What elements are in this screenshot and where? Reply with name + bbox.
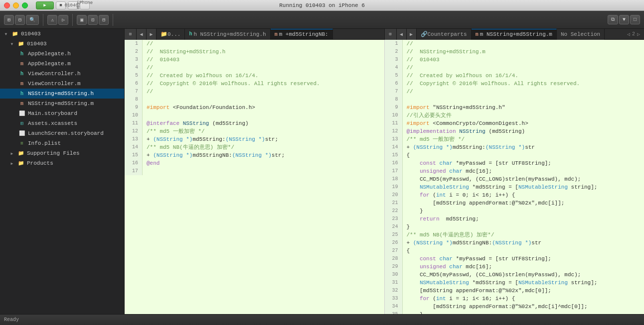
line-number: 15	[125, 151, 143, 159]
line-number: 11	[385, 119, 403, 127]
traffic-lights	[4, 2, 28, 8]
sidebar-group[interactable]: ▼ 📁 010403	[0, 39, 124, 49]
storyboard-icon: ⬜	[18, 109, 26, 117]
code-line: 7//	[125, 88, 384, 96]
minimize-button[interactable]	[13, 2, 19, 8]
code-line: 16@end	[125, 159, 384, 167]
editor1-tab-folder[interactable]: 📁 0...	[157, 29, 185, 40]
line-content: }	[403, 311, 644, 314]
code-line: 18 CC_MD5(myPasswd, (CC_LONG)strlen(myPa…	[385, 175, 644, 183]
sidebar-root[interactable]: ▼ 📁 010403	[0, 29, 124, 39]
line-number: 8	[125, 96, 143, 104]
sidebar-item-Assets[interactable]: ⊞ Assets.xcassets	[0, 118, 124, 128]
sidebar-item-AppDelegate-m[interactable]: m AppDelegate.m	[0, 59, 124, 69]
m-tab-label2: m NSString+md5String.m	[480, 31, 552, 37]
project-icon: 📁	[11, 30, 19, 38]
sidebar-item-Supporting-Files[interactable]: ▶ 📁 Supporting Files	[0, 148, 124, 158]
line-content: /** md5 一般加密 */	[143, 127, 384, 135]
run-button[interactable]: ▶	[36, 1, 54, 9]
code-line: 22 }	[385, 207, 644, 215]
editor2-tab-counterparts[interactable]: 🔗 Counterparts	[417, 29, 472, 40]
editor2-tab-nosel[interactable]: No Selection	[557, 29, 605, 40]
line-content: //	[143, 40, 384, 48]
expand-icon2: ▶	[8, 149, 16, 157]
standard-editor-btn[interactable]: ▣	[77, 15, 87, 25]
editor1-fwd-btn[interactable]: ▶	[147, 29, 157, 40]
sidebar-item-ViewController-m[interactable]: m ViewController.m	[0, 79, 124, 89]
debug-btn[interactable]: ▼	[619, 15, 629, 24]
assistant-editor-btn[interactable]: ⊡	[88, 15, 98, 25]
editor1-split-btn[interactable]: ⊞	[125, 29, 137, 40]
code-line: 3// 010403	[125, 56, 384, 64]
sidebar-item-ViewController-h[interactable]: h ViewController.h	[0, 69, 124, 79]
utilities-btn[interactable]: □	[630, 15, 640, 24]
counterparts-icon: 🔗	[421, 31, 428, 37]
line-content: // NSString+md5String.h	[143, 48, 384, 56]
editor1-tab-active[interactable]: m m +md5StringNB:	[271, 29, 333, 40]
editor-area: ⊞ ◀ ▶ 📁 0... h h NSString+md5String.h m …	[125, 29, 644, 314]
sidebar-item-LaunchScreen[interactable]: ⬜ LaunchScreen.storyboard	[0, 128, 124, 138]
code-line: 24}	[385, 223, 644, 231]
h-tab-icon: h	[189, 31, 192, 37]
editor2-back-btn[interactable]: ◀	[397, 29, 407, 40]
line-number: 6	[125, 80, 143, 88]
line-content: // Created by wolfhous on 16/1/4.	[143, 72, 384, 80]
sidebar-item-Products[interactable]: ▶ 📁 Products	[0, 158, 124, 168]
back-btn[interactable]: ⚠	[47, 15, 57, 25]
sidebar-item-NSString-h[interactable]: h NSString+md5String.h	[0, 89, 124, 99]
line-number: 6	[385, 80, 403, 88]
editor1-code[interactable]: 1//2// NSString+md5String.h3// 0104034//…	[125, 40, 385, 314]
line-number: 31	[385, 279, 403, 287]
editor1-tab-h[interactable]: h h NSString+md5String.h	[185, 29, 270, 40]
navigator-btn[interactable]: ⧉	[608, 15, 618, 24]
line-content: const char *myPasswd = [str UTF8String];	[403, 159, 644, 167]
close-button[interactable]	[4, 2, 10, 8]
line-number: 26	[385, 239, 403, 247]
sidebar-item-label: Assets.xcassets	[28, 120, 77, 126]
line-number: 11	[125, 119, 143, 127]
sidebar-item-label: Products	[27, 160, 53, 166]
sidebar-root-label: 010403	[21, 31, 41, 37]
editor-tabs-bar: ⊞ ◀ ▶ 📁 0... h h NSString+md5String.h m …	[125, 29, 644, 40]
sidebar-item-NSString-m[interactable]: m NSString+md5String.m	[0, 99, 124, 108]
editor2-fwd-btn[interactable]: ▶	[407, 29, 417, 40]
line-number: 20	[385, 191, 403, 199]
toolbar-divider-2	[72, 14, 73, 26]
expand-icon3: ▶	[8, 159, 16, 167]
line-number: 2	[385, 48, 403, 56]
line-content: + (NSString *)md5StringNB:(NSString *)st…	[143, 151, 384, 159]
code-line: 21 [md5String appendFormat:@"%02x",mdc[i…	[385, 199, 644, 207]
code-line: 31 NSMutableString *md5String = [NSMutab…	[385, 279, 644, 287]
view-toggle-btn[interactable]: ⊞	[4, 15, 14, 25]
search-btn[interactable]: 🔍	[26, 15, 39, 25]
editor2-tab-m[interactable]: m m NSString+md5String.m	[472, 29, 557, 40]
line-number: 22	[385, 207, 403, 215]
code-line: 30 CC_MD5(myPasswd, (CC_LONG)strlen(myPa…	[385, 271, 644, 279]
forward-btn[interactable]: ▷	[58, 15, 68, 25]
line-content: for (int i = 1; i< 16; i++) {	[403, 295, 644, 303]
m-icon: m	[18, 100, 26, 108]
editor1-back-btn[interactable]: ◀	[137, 29, 147, 40]
version-editor-btn[interactable]: ⊟	[99, 15, 109, 25]
editor2-code[interactable]: 1//2// NSString+md5String.m3// 0104034//…	[385, 40, 644, 314]
line-content: //引入必要头文件	[403, 111, 644, 119]
code-line: 5// Created by wolfhous on 16/1/4.	[385, 72, 644, 80]
editor2-split-btn[interactable]: ⊞	[385, 29, 397, 40]
code-line: 9#import <Foundation/Foundation.h>	[125, 104, 384, 111]
h-icon: h	[18, 50, 26, 58]
sidebar-item-AppDelegate-h[interactable]: h AppDelegate.h	[0, 49, 124, 59]
line-number: 10	[385, 111, 403, 119]
maximize-button[interactable]	[22, 2, 28, 8]
sidebar-item-Info-plist[interactable]: ≡ Info.plist	[0, 138, 124, 148]
code-line: 13/** md5 一般加密 */	[385, 135, 644, 143]
device-selector[interactable]: iPhone 6	[80, 1, 90, 9]
line-content: CC_MD5(myPasswd, (CC_LONG)strlen(myPassw…	[403, 175, 644, 183]
layout-btn[interactable]: ⊟	[15, 15, 25, 25]
sidebar-item-label: ViewController.m	[28, 81, 81, 87]
line-number: 27	[385, 247, 403, 255]
sidebar-item-Main-storyboard[interactable]: ⬜ Main.storyboard	[0, 108, 124, 118]
code-line: 20 for (int i = 0; i< 16; i++) {	[385, 191, 644, 199]
code-line: 25/** md5 NB(牛逼的意思) 加密*/	[385, 231, 644, 239]
code-line: 1//	[385, 40, 644, 48]
line-number: 7	[385, 88, 403, 96]
